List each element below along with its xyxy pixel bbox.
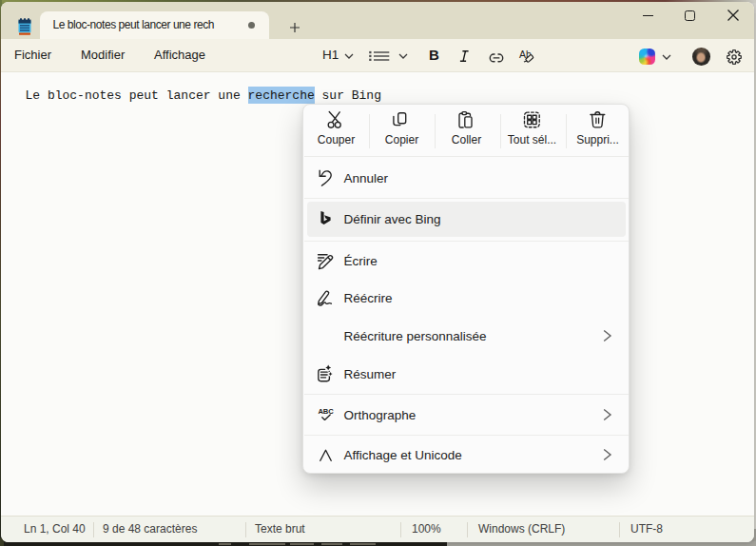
svg-text:ABC: ABC (318, 406, 334, 415)
